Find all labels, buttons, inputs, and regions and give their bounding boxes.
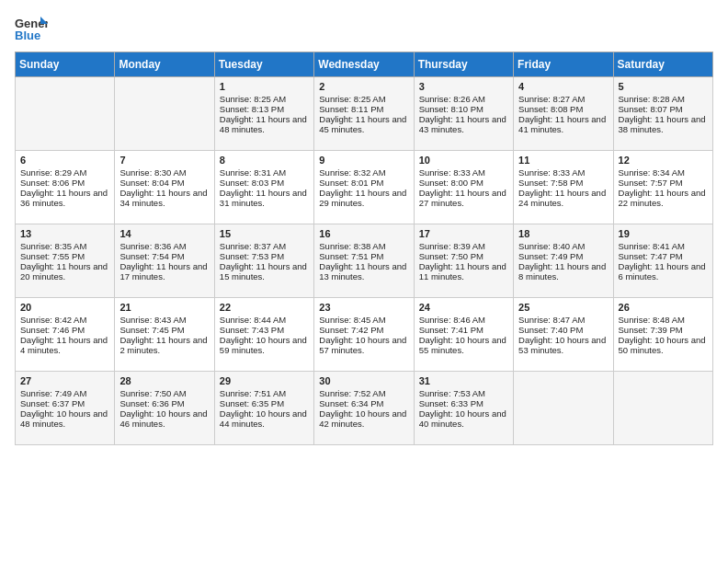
- sunset-text: Sunset: 7:58 PM: [518, 178, 583, 188]
- daylight-text: Daylight: 11 hours and 36 minutes.: [20, 188, 108, 208]
- day-number: 10: [419, 155, 508, 166]
- sunset-text: Sunset: 8:11 PM: [319, 104, 383, 114]
- sunset-text: Sunset: 7:53 PM: [220, 251, 284, 261]
- daylight-text: Daylight: 11 hours and 31 minutes.: [220, 188, 307, 208]
- daylight-text: Daylight: 11 hours and 4 minutes.: [20, 335, 108, 355]
- sunrise-text: Sunrise: 7:53 AM: [419, 388, 485, 398]
- sunset-text: Sunset: 6:35 PM: [220, 398, 284, 408]
- sunrise-text: Sunrise: 8:27 AM: [518, 94, 585, 104]
- calendar-cell: 27Sunrise: 7:49 AMSunset: 6:37 PMDayligh…: [16, 372, 115, 445]
- calendar-cell: 25Sunrise: 8:47 AMSunset: 7:40 PMDayligh…: [514, 298, 613, 372]
- daylight-text: Daylight: 10 hours and 55 minutes.: [419, 335, 506, 355]
- day-number: 13: [20, 228, 109, 239]
- day-number: 12: [619, 155, 708, 166]
- sunset-text: Sunset: 8:00 PM: [419, 178, 483, 188]
- calendar-cell: 7Sunrise: 8:30 AMSunset: 8:04 PMDaylight…: [115, 151, 214, 224]
- sunset-text: Sunset: 7:40 PM: [518, 325, 583, 335]
- calendar-cell: 17Sunrise: 8:39 AMSunset: 7:50 PMDayligh…: [414, 224, 513, 298]
- sunset-text: Sunset: 8:08 PM: [518, 104, 583, 114]
- calendar-week-1: 1Sunrise: 8:25 AMSunset: 8:13 PMDaylight…: [16, 77, 713, 151]
- day-header-tuesday: Tuesday: [214, 52, 313, 77]
- sunset-text: Sunset: 7:39 PM: [619, 325, 683, 335]
- calendar-cell: [115, 77, 214, 151]
- day-number: 19: [619, 228, 708, 239]
- sunrise-text: Sunrise: 8:29 AM: [20, 167, 86, 178]
- sunrise-text: Sunrise: 8:30 AM: [119, 167, 186, 178]
- calendar-cell: 13Sunrise: 8:35 AMSunset: 7:55 PMDayligh…: [16, 224, 115, 298]
- day-number: 11: [518, 155, 608, 166]
- daylight-text: Daylight: 10 hours and 46 minutes.: [119, 408, 207, 429]
- calendar-cell: 14Sunrise: 8:36 AMSunset: 7:54 PMDayligh…: [115, 224, 214, 298]
- daylight-text: Daylight: 11 hours and 13 minutes.: [319, 261, 406, 282]
- sunrise-text: Sunrise: 7:50 AM: [119, 388, 186, 398]
- day-number: 24: [419, 302, 508, 313]
- calendar-cell: 22Sunrise: 8:44 AMSunset: 7:43 PMDayligh…: [214, 298, 313, 372]
- sunrise-text: Sunrise: 8:36 AM: [119, 241, 186, 251]
- sunset-text: Sunset: 6:37 PM: [20, 398, 85, 408]
- day-header-friday: Friday: [514, 52, 613, 77]
- calendar-cell: 3Sunrise: 8:26 AMSunset: 8:10 PMDaylight…: [414, 77, 513, 151]
- calendar-cell: 11Sunrise: 8:33 AMSunset: 7:58 PMDayligh…: [514, 151, 613, 224]
- calendar-cell: 20Sunrise: 8:42 AMSunset: 7:46 PMDayligh…: [16, 298, 115, 372]
- day-header-sunday: Sunday: [16, 52, 115, 77]
- calendar-body: 1Sunrise: 8:25 AMSunset: 8:13 PMDaylight…: [16, 77, 713, 445]
- day-number: 27: [20, 375, 109, 386]
- calendar-week-4: 20Sunrise: 8:42 AMSunset: 7:46 PMDayligh…: [16, 298, 713, 372]
- daylight-text: Daylight: 10 hours and 57 minutes.: [319, 335, 406, 355]
- daylight-text: Daylight: 11 hours and 15 minutes.: [220, 261, 307, 282]
- calendar-cell: 10Sunrise: 8:33 AMSunset: 8:00 PMDayligh…: [414, 151, 513, 224]
- sunset-text: Sunset: 8:04 PM: [119, 178, 184, 188]
- sunset-text: Sunset: 7:43 PM: [220, 325, 284, 335]
- calendar-week-3: 13Sunrise: 8:35 AMSunset: 7:55 PMDayligh…: [16, 224, 713, 298]
- daylight-text: Daylight: 11 hours and 2 minutes.: [119, 335, 207, 355]
- day-header-saturday: Saturday: [613, 52, 712, 77]
- calendar-cell: 18Sunrise: 8:40 AMSunset: 7:49 PMDayligh…: [514, 224, 613, 298]
- calendar-cell: 19Sunrise: 8:41 AMSunset: 7:47 PMDayligh…: [613, 224, 712, 298]
- day-header-monday: Monday: [115, 52, 214, 77]
- day-number: 29: [220, 375, 309, 386]
- calendar-cell: [514, 372, 613, 445]
- calendar-cell: 12Sunrise: 8:34 AMSunset: 7:57 PMDayligh…: [613, 151, 712, 224]
- sunrise-text: Sunrise: 8:41 AM: [619, 241, 685, 251]
- day-number: 4: [518, 81, 608, 92]
- day-number: 21: [119, 302, 209, 313]
- daylight-text: Daylight: 11 hours and 20 minutes.: [20, 261, 108, 282]
- sunset-text: Sunset: 8:07 PM: [619, 104, 683, 114]
- day-number: 1: [220, 81, 309, 92]
- daylight-text: Daylight: 10 hours and 44 minutes.: [220, 408, 307, 429]
- sunset-text: Sunset: 7:57 PM: [619, 178, 683, 188]
- sunrise-text: Sunrise: 8:48 AM: [619, 315, 685, 325]
- day-number: 25: [518, 302, 608, 313]
- sunrise-text: Sunrise: 8:42 AM: [20, 315, 86, 325]
- sunset-text: Sunset: 6:36 PM: [119, 398, 184, 408]
- calendar-cell: 2Sunrise: 8:25 AMSunset: 8:11 PMDaylight…: [314, 77, 414, 151]
- calendar-cell: [613, 372, 712, 445]
- sunrise-text: Sunrise: 8:35 AM: [20, 241, 86, 251]
- daylight-text: Daylight: 10 hours and 50 minutes.: [619, 335, 706, 355]
- sunrise-text: Sunrise: 8:25 AM: [319, 94, 385, 104]
- daylight-text: Daylight: 11 hours and 24 minutes.: [518, 188, 606, 208]
- sunrise-text: Sunrise: 8:32 AM: [319, 167, 385, 178]
- day-number: 26: [619, 302, 708, 313]
- logo: General Blue: [15, 15, 48, 42]
- day-header-wednesday: Wednesday: [314, 52, 414, 77]
- sunrise-text: Sunrise: 8:33 AM: [518, 167, 585, 178]
- calendar-cell: 16Sunrise: 8:38 AMSunset: 7:51 PMDayligh…: [314, 224, 414, 298]
- daylight-text: Daylight: 11 hours and 27 minutes.: [419, 188, 506, 208]
- daylight-text: Daylight: 11 hours and 38 minutes.: [619, 114, 706, 134]
- sunset-text: Sunset: 7:41 PM: [419, 325, 483, 335]
- sunrise-text: Sunrise: 8:39 AM: [419, 241, 485, 251]
- sunrise-text: Sunrise: 8:38 AM: [319, 241, 385, 251]
- sunset-text: Sunset: 8:06 PM: [20, 178, 85, 188]
- sunset-text: Sunset: 8:03 PM: [220, 178, 284, 188]
- day-number: 8: [220, 155, 309, 166]
- calendar-cell: 31Sunrise: 7:53 AMSunset: 6:33 PMDayligh…: [414, 372, 513, 445]
- calendar-week-5: 27Sunrise: 7:49 AMSunset: 6:37 PMDayligh…: [16, 372, 713, 445]
- daylight-text: Daylight: 11 hours and 11 minutes.: [419, 261, 506, 282]
- calendar-cell: 9Sunrise: 8:32 AMSunset: 8:01 PMDaylight…: [314, 151, 414, 224]
- sunrise-text: Sunrise: 8:34 AM: [619, 167, 685, 178]
- day-number: 15: [220, 228, 309, 239]
- sunset-text: Sunset: 6:34 PM: [319, 398, 383, 408]
- day-number: 14: [119, 228, 209, 239]
- page-header: General Blue: [15, 15, 713, 42]
